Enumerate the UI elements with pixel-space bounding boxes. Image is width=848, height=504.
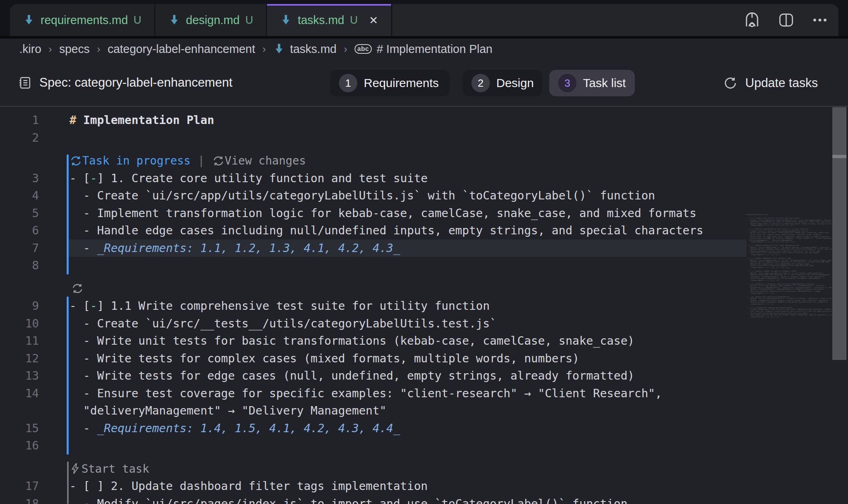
tab-strip: requirements.mdUdesign.mdUtasks.mdU✕ (10, 4, 838, 36)
step-label: Requirements (364, 76, 439, 90)
breadcrumb-item[interactable]: tasks.md (273, 43, 336, 56)
code-line[interactable]: 9- [-] 1.1 Write comprehensive test suit… (0, 297, 848, 315)
row-spacer (0, 146, 848, 152)
breadcrumb: .kiro›specs›category-label-enhancement›t… (0, 39, 848, 59)
code-line[interactable]: 5 - Implement transformation logic for k… (0, 205, 848, 222)
line-number: 3 (0, 172, 39, 185)
markdown-file-icon (280, 14, 292, 26)
spec-step-task-list[interactable]: 3Task list (549, 70, 635, 96)
code-line[interactable]: 11 - Write unit tests for basic transfor… (0, 332, 848, 350)
breadcrumb-item[interactable]: .kiro (19, 43, 41, 56)
breadcrumb-separator: › (97, 43, 100, 55)
code-line[interactable]: 6 - Handle edge cases including null/und… (0, 222, 848, 240)
tab-design.md[interactable]: design.mdU (155, 4, 267, 36)
codelens-separator: | (198, 154, 205, 167)
git-untracked-badge: U (350, 14, 358, 26)
codelens-task-in-progress[interactable]: Task in progress (69, 154, 191, 167)
line-content: - Create `ui/src/__tests__/utils/categor… (69, 317, 497, 330)
row-spacer (0, 455, 848, 460)
symbol-text-icon: abc (355, 44, 372, 54)
line-content: - [-] 1.1 Write comprehensive test suite… (69, 299, 490, 313)
breadcrumb-item[interactable]: category-label-enhancement (108, 43, 255, 56)
line-content: - Write tests for edge cases (null, unde… (69, 369, 634, 382)
breadcrumb-item[interactable]: abc# Implementation Plan (355, 43, 493, 56)
tab-filename: requirements.md (41, 14, 128, 27)
minimap[interactable]: # Implementation Plan - [-] 1. Create co… (746, 214, 832, 503)
sync-icon (69, 154, 82, 167)
line-content: - Ensure test coverage for specific exam… (69, 387, 662, 400)
breadcrumb-separator: › (262, 43, 266, 55)
markdown-file-icon (23, 14, 35, 26)
line-content: - _Requirements: 1.4, 1.5, 4.1, 4.2, 4.3… (69, 422, 400, 435)
step-number-badge: 2 (471, 74, 490, 92)
code-line[interactable]: 8 (0, 257, 848, 274)
codelens-row: Start task (69, 460, 848, 478)
tab-requirements.md[interactable]: requirements.mdU (10, 4, 155, 36)
line-number: 1 (0, 114, 39, 127)
codelens-loading[interactable] (71, 282, 84, 295)
code-line[interactable]: 4 - Create `ui/src/app/utils/categoryLab… (0, 187, 848, 205)
markdown-file-icon (168, 14, 180, 26)
line-number: 15 (0, 422, 39, 435)
code-line[interactable]: 13 - Write tests for edge cases (null, u… (0, 367, 848, 385)
overview-ruler-mark (832, 155, 846, 158)
code-line-current[interactable]: 7 - _Requirements: 1.1, 1.2, 1.3, 4.1, 4… (0, 240, 848, 257)
codelens-view-changes[interactable]: View changes (212, 154, 306, 167)
code-line[interactable]: 16 (0, 437, 848, 455)
tab-actions (743, 4, 829, 36)
line-number: 16 (0, 439, 39, 452)
spec-document-icon (18, 75, 32, 90)
editor-pane[interactable]: 1# Implementation Plan2Task in progress|… (0, 107, 848, 504)
close-tab-icon[interactable]: ✕ (369, 14, 378, 26)
line-number: 4 (0, 189, 39, 202)
step-number-badge: 1 (339, 74, 357, 92)
code-line[interactable]: 14 - Ensure test coverage for specific e… (0, 385, 848, 402)
code-line[interactable]: 15 - _Requirements: 1.4, 1.5, 4.1, 4.2, … (0, 420, 848, 437)
kiro-editor-window: requirements.mdUdesign.mdUtasks.mdU✕ .ki… (0, 0, 848, 504)
task-pending-bar (67, 461, 69, 504)
git-untracked-badge: U (245, 14, 253, 26)
code-line[interactable]: 1# Implementation Plan (0, 112, 848, 129)
code-line[interactable]: 18 - Modify `ui/src/pages/index.js` to i… (0, 495, 848, 504)
code-line[interactable]: 3- [-] 1. Create core utility function a… (0, 170, 848, 187)
lightning-icon (69, 462, 82, 475)
codelens-start-task[interactable]: Start task (69, 462, 149, 476)
line-content: - _Requirements: 1.1, 1.2, 1.3, 4.1, 4.2… (69, 242, 400, 255)
code-line[interactable]: 2 (0, 129, 848, 147)
code-line[interactable]: "deliveryManagement" → "Delivery Managem… (0, 402, 848, 420)
kiro-logo-icon[interactable] (743, 11, 761, 29)
breadcrumb-separator: › (49, 43, 52, 55)
git-untracked-badge: U (134, 14, 142, 26)
line-number: 18 (0, 497, 39, 504)
update-tasks-button[interactable]: Update tasks (723, 70, 818, 96)
line-number: 11 (0, 334, 39, 348)
code-line[interactable]: 17- [ ] 2. Update dashboard filter tags … (0, 478, 848, 495)
code-line[interactable]: 10 - Create `ui/src/__tests__/utils/cate… (0, 315, 848, 333)
line-number: 2 (0, 131, 39, 144)
tab-filename: tasks.md (298, 14, 344, 27)
tab-tasks.md[interactable]: tasks.mdU✕ (267, 4, 392, 36)
codelens-row: Task in progress|View changes (69, 152, 848, 170)
line-number: 9 (0, 299, 39, 313)
sync-icon (71, 282, 84, 295)
split-editor-icon[interactable] (777, 11, 795, 29)
tab-bar: requirements.mdUdesign.mdUtasks.mdU✕ (0, 0, 848, 36)
markdown-file-icon (273, 43, 285, 55)
step-label: Design (496, 76, 534, 90)
line-content: "deliveryManagement" → "Delivery Managem… (69, 404, 386, 417)
more-actions-icon[interactable] (811, 11, 829, 29)
code-line[interactable]: 12 - Write tests for complex cases (mixe… (0, 350, 848, 368)
line-number: 8 (0, 259, 39, 272)
line-number: 7 (0, 242, 39, 255)
update-tasks-label: Update tasks (745, 76, 818, 90)
step-number-badge: 3 (558, 74, 577, 92)
spec-title-label: Spec: category-label-enhancement (39, 75, 232, 90)
spec-step-requirements[interactable]: 1Requirements (330, 70, 450, 96)
sync-icon (212, 154, 225, 167)
breadcrumb-item[interactable]: specs (59, 43, 90, 56)
line-number: 13 (0, 369, 39, 382)
spec-step-design[interactable]: 2Design (463, 70, 542, 96)
line-content: - [-] 1. Create core utility function an… (69, 172, 428, 185)
scrollbar-thumb[interactable] (832, 107, 846, 360)
line-content: # Implementation Plan (69, 114, 214, 127)
